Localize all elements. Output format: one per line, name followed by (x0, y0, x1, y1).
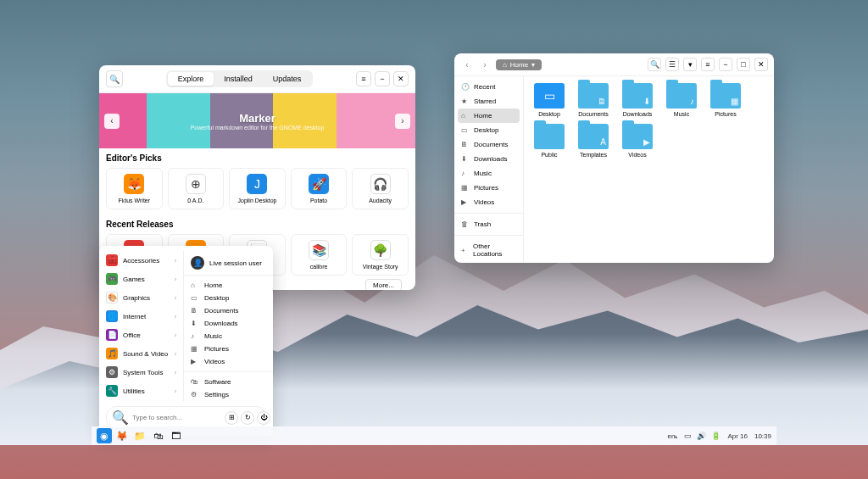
chevron-right-icon: › (175, 332, 176, 338)
sidebar-item[interactable]: ▦ Pictures (454, 181, 523, 195)
close-button[interactable]: ✕ (754, 58, 768, 71)
folder-emblem: 🗎 (598, 97, 606, 106)
app-name: Vintage Story (354, 264, 406, 270)
tab-explore[interactable]: Explore (168, 72, 214, 86)
date-label[interactable]: Apr 16 (727, 432, 748, 440)
menu-category[interactable]: 🎮 Games › (99, 270, 183, 288)
network-icon[interactable]: ▭ (684, 432, 692, 440)
app-tile[interactable]: 📚 calibre (291, 234, 348, 276)
home-icon: ⌂ (503, 61, 507, 69)
sidebar-item[interactable]: ⌂ Home (458, 109, 520, 123)
hamburger-menu-button[interactable]: ≡ (701, 58, 715, 71)
menu-action-buttons: ⊞ ↻ ⏻ (225, 411, 270, 425)
firefox-icon[interactable]: 🦊 (114, 428, 130, 443)
forward-button[interactable]: › (478, 58, 492, 71)
folder[interactable]: ⬇ Downloads (619, 83, 656, 117)
menu-category[interactable]: 🎵 Sound & Video › (99, 344, 183, 363)
folder[interactable]: ▶ Videos (619, 124, 656, 158)
menu-category[interactable]: 🎨 Graphics › (99, 288, 183, 307)
menu-button[interactable]: ≡ (356, 71, 371, 86)
banner-next-button[interactable]: › (395, 114, 410, 129)
files-content[interactable]: ▭ Desktop 🗎 Documents ⬇ Downloads ♪ Musi… (524, 76, 774, 262)
place-label: Home (204, 281, 222, 289)
menu-category[interactable]: 🧰 Accessories › (99, 251, 183, 270)
chevron-right-icon: › (175, 276, 176, 282)
sidebar-item[interactable]: ▶ Videos (454, 195, 523, 209)
view-toggle-button[interactable]: ☰ (665, 58, 679, 71)
sidebar-item[interactable]: 🗑 Trash (454, 217, 523, 231)
folder[interactable]: ▭ Desktop (531, 83, 568, 117)
running-app-icon[interactable]: 🗔 (168, 428, 183, 443)
view-options-button[interactable]: ▾ (683, 58, 697, 71)
sidebar-icon: 🗎 (461, 141, 470, 148)
sidebar-item[interactable]: ★ Starred (454, 94, 523, 109)
menu-category[interactable]: 🌐 Internet › (99, 307, 183, 326)
apps-grid-button[interactable]: ⊞ (225, 411, 238, 425)
featured-banner[interactable]: ‹ Marker Powerful markdown editor for th… (99, 93, 415, 148)
app-tile[interactable]: ⊕ 0 A.D. (168, 168, 225, 209)
battery-icon[interactable]: 🔋 (711, 432, 721, 440)
start-menu-button[interactable]: ◉ (97, 428, 112, 443)
more-button[interactable]: More... (365, 279, 402, 290)
folder-name: Public (531, 152, 568, 158)
menu-place[interactable]: ▦ Pictures (184, 343, 273, 355)
app-icon: 📚 (309, 240, 329, 260)
menu-place[interactable]: ▶ Videos (184, 355, 273, 368)
sidebar-other-locations[interactable]: + Other Locations (454, 239, 523, 261)
back-button[interactable]: ‹ (460, 58, 474, 71)
menu-category[interactable]: 📄 Office › (99, 326, 183, 344)
tab-installed[interactable]: Installed (214, 72, 263, 86)
maximize-button[interactable]: □ (737, 58, 750, 71)
menu-place[interactable]: ⌂ Home (184, 279, 273, 292)
sidebar-item[interactable]: 🗎 Documents (454, 137, 523, 152)
search-button[interactable]: 🔍 (106, 70, 123, 87)
menu-place[interactable]: 🗎 Documents (184, 304, 273, 317)
power-button[interactable]: ⏻ (257, 411, 270, 425)
plus-icon: + (461, 247, 469, 254)
minimize-button[interactable]: − (719, 58, 732, 71)
search-button[interactable]: 🔍 (648, 58, 661, 71)
language-indicator[interactable]: en₁ (667, 432, 677, 440)
menu-place[interactable]: ▭ Desktop (184, 292, 273, 304)
menu-system-item[interactable]: 🛍 Software (184, 376, 273, 388)
refresh-button[interactable]: ↻ (241, 411, 254, 425)
place-label: Desktop (204, 294, 229, 302)
menu-user[interactable]: 👤 Live session user (184, 251, 273, 276)
menu-system: 🛍 Software ⚙ Settings (184, 376, 273, 401)
folder[interactable]: ♪ Music (663, 83, 700, 117)
sidebar-item[interactable]: ⬇ Downloads (454, 152, 523, 166)
app-name: Potato (293, 198, 345, 203)
folder[interactable]: A Templates (575, 124, 612, 158)
menu-place[interactable]: ⬇ Downloads (184, 317, 273, 330)
sidebar-label: Other Locations (473, 242, 516, 258)
sidebar-item[interactable]: ▭ Desktop (454, 123, 523, 137)
menu-category[interactable]: ⚙ System Tools › (99, 363, 183, 382)
app-tile[interactable]: 🚀 Potato (291, 168, 348, 209)
software-icon[interactable]: 🛍 (150, 428, 165, 443)
folder-icon: ▭ (534, 83, 565, 109)
app-name: calibre (293, 264, 345, 270)
minimize-button[interactable]: − (375, 71, 390, 86)
files-icon[interactable]: 📁 (132, 428, 147, 443)
app-tile[interactable]: 🦊 Fidus Writer (106, 168, 163, 209)
folder[interactable]: 🗎 Documents (575, 83, 612, 117)
menu-place[interactable]: ♪ Music (184, 330, 273, 343)
folder[interactable]: ▦ Pictures (707, 83, 744, 117)
app-tile[interactable]: 🎧 Audacity (352, 168, 409, 209)
menu-category[interactable]: 🔧 Utilities › (99, 382, 183, 400)
sidebar-item[interactable]: ♪ Music (454, 166, 523, 181)
banner-prev-button[interactable]: ‹ (104, 114, 120, 129)
app-tile[interactable]: 🌳 Vintage Story (352, 234, 409, 276)
tab-updates[interactable]: Updates (263, 72, 312, 86)
path-bar[interactable]: ⌂ Home ▾ (496, 59, 542, 70)
close-button[interactable]: ✕ (393, 71, 409, 86)
system-tray[interactable]: ▭ 🔊 🔋 (684, 432, 721, 440)
app-tile[interactable]: J Joplin Desktop (229, 168, 286, 209)
volume-icon[interactable]: 🔊 (697, 432, 706, 440)
sidebar-item[interactable]: 🕐 Recent (454, 80, 523, 94)
time-label[interactable]: 10:39 (754, 432, 771, 440)
app-icon: 🚀 (309, 174, 329, 194)
menu-system-item[interactable]: ⚙ Settings (184, 388, 273, 401)
menu-search-input[interactable] (132, 414, 221, 421)
folder[interactable]: Public (531, 124, 568, 158)
